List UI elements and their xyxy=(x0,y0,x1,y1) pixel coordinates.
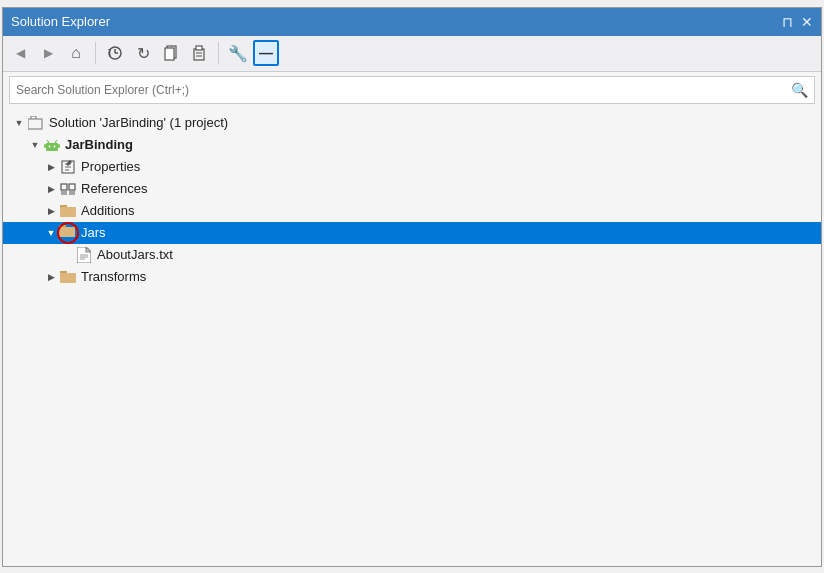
properties-button[interactable]: 🔧 xyxy=(225,40,251,66)
android-icon xyxy=(43,136,61,154)
svg-rect-36 xyxy=(60,271,67,273)
jarbinding-label: JarBinding xyxy=(65,137,133,152)
tree-item-jarbinding[interactable]: JarBinding xyxy=(3,134,821,156)
svg-marker-32 xyxy=(86,247,91,252)
tree-item-properties[interactable]: Properties xyxy=(3,156,821,178)
svg-point-16 xyxy=(54,145,56,147)
additions-folder-icon xyxy=(59,202,77,220)
expand-arrow-additions[interactable] xyxy=(43,203,59,219)
aboutjars-label: AboutJars.txt xyxy=(97,247,173,262)
bottom-padding xyxy=(3,288,821,388)
svg-line-17 xyxy=(48,140,50,143)
transforms-folder-icon xyxy=(59,268,77,286)
tree-item-aboutjars[interactable]: AboutJars.txt xyxy=(3,244,821,266)
file-icon xyxy=(75,246,93,264)
expand-arrow-transforms[interactable] xyxy=(43,269,59,285)
close-button[interactable]: ✕ xyxy=(801,14,813,30)
expand-arrow-references[interactable] xyxy=(43,181,59,197)
solution-icon xyxy=(27,114,45,132)
pin-button[interactable]: ⊓ xyxy=(782,14,793,30)
expand-arrow-solution[interactable] xyxy=(11,115,27,131)
svg-rect-25 xyxy=(61,184,67,190)
svg-rect-27 xyxy=(61,191,67,195)
forward-button[interactable]: ▶ xyxy=(35,40,61,66)
svg-rect-6 xyxy=(194,49,204,60)
history-icon xyxy=(107,45,123,61)
svg-rect-20 xyxy=(58,144,60,148)
search-bar[interactable]: 🔍 xyxy=(9,76,815,104)
svg-rect-30 xyxy=(59,225,66,227)
svg-rect-10 xyxy=(28,119,42,129)
search-icon[interactable]: 🔍 xyxy=(791,82,808,98)
window-title: Solution Explorer xyxy=(11,14,782,29)
jars-label: Jars xyxy=(81,225,106,240)
solution-explorer-window: Solution Explorer ⊓ ✕ ◀ ▶ ⌂ ↻ xyxy=(2,7,822,567)
paste-icon xyxy=(191,45,207,61)
svg-rect-14 xyxy=(46,143,58,151)
svg-rect-7 xyxy=(196,46,202,50)
expand-arrow-jarbinding[interactable] xyxy=(27,137,43,153)
tree-item-additions[interactable]: Additions xyxy=(3,200,821,222)
properties-label: Properties xyxy=(81,159,140,174)
copy-icon xyxy=(163,45,179,61)
toolbar: ◀ ▶ ⌂ ↻ xyxy=(3,36,821,72)
svg-rect-29 xyxy=(60,205,67,207)
additions-label: Additions xyxy=(81,203,134,218)
paste-button[interactable] xyxy=(186,40,212,66)
tree-view: Solution 'JarBinding' (1 project) JarBin… xyxy=(3,108,821,566)
tree-item-transforms[interactable]: Transforms xyxy=(3,266,821,288)
svg-rect-19 xyxy=(44,144,46,148)
history-button[interactable] xyxy=(102,40,128,66)
tree-item-references[interactable]: References xyxy=(3,178,821,200)
toolbar-separator-1 xyxy=(95,42,96,64)
svg-line-18 xyxy=(55,140,57,143)
svg-rect-28 xyxy=(69,191,75,195)
svg-point-15 xyxy=(49,145,51,147)
refresh-button[interactable]: ↻ xyxy=(130,40,156,66)
copy-button[interactable] xyxy=(158,40,184,66)
title-controls: ⊓ ✕ xyxy=(782,14,813,30)
expand-arrow-properties[interactable] xyxy=(43,159,59,175)
references-icon xyxy=(59,180,77,198)
transforms-label: Transforms xyxy=(81,269,146,284)
home-button[interactable]: ⌂ xyxy=(63,40,89,66)
tree-item-jars[interactable]: Jars xyxy=(3,222,821,244)
svg-rect-5 xyxy=(165,48,174,60)
jars-folder-icon xyxy=(59,224,75,238)
references-label: References xyxy=(81,181,147,196)
title-bar: Solution Explorer ⊓ ✕ xyxy=(3,8,821,36)
svg-rect-26 xyxy=(69,184,75,190)
search-input[interactable] xyxy=(16,83,791,97)
jars-folder-wrap xyxy=(59,224,77,242)
tree-item-solution[interactable]: Solution 'JarBinding' (1 project) xyxy=(3,112,821,134)
back-button[interactable]: ◀ xyxy=(7,40,33,66)
toolbar-separator-2 xyxy=(218,42,219,64)
solution-label: Solution 'JarBinding' (1 project) xyxy=(49,115,228,130)
expand-arrow-jars[interactable] xyxy=(43,225,59,241)
collapse-button[interactable]: — xyxy=(253,40,279,66)
properties-icon xyxy=(59,158,77,176)
